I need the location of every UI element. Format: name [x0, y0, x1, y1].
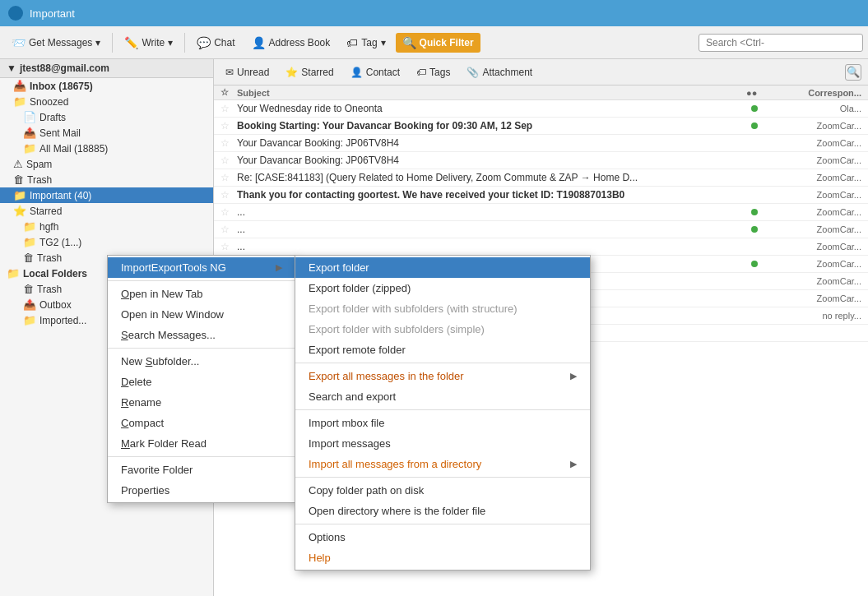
menu-item-new-subfolder[interactable]: New Subfolder... [108, 351, 295, 372]
star-cell[interactable]: ☆ [220, 103, 237, 114]
get-messages-button[interactable]: 📨 Get Messages ▾ [5, 33, 107, 53]
filter-unread[interactable]: ✉ Unread [220, 65, 274, 80]
folder-spam[interactable]: ⚠ Spam [0, 156, 213, 172]
folder-hgfh-label: hgfh [39, 221, 58, 233]
table-row[interactable]: ☆ Your Wednesday ride to Oneonta Ola... [214, 100, 868, 118]
write-button[interactable]: ✏️ Write ▾ [118, 33, 179, 53]
menu-sep-right-2 [295, 409, 590, 410]
address-book-button[interactable]: 👤 Address Book [245, 33, 337, 53]
subject-cell: Booking Starting: Your Davancar Booking … [237, 120, 746, 132]
table-row[interactable]: ☆ Booking Starting: Your Davancar Bookin… [214, 118, 868, 135]
menu-separator-3 [108, 456, 295, 457]
subject-cell: Your Davancar Booking: JP06TV8H4 [237, 155, 746, 166]
contact-cell: ZoomCar... [763, 242, 861, 252]
filter-tags[interactable]: 🏷 Tags [411, 65, 455, 80]
folder-starred[interactable]: ⭐ Starred [0, 203, 213, 219]
menu-item-rename[interactable]: Rename [108, 392, 295, 413]
star-cell[interactable]: ☆ [220, 137, 237, 149]
menu-import-mbox-label: Import mbox file [309, 417, 384, 429]
folder-drafts[interactable]: 📄 Drafts [0, 109, 213, 125]
table-row[interactable]: ☆ Re: [CASE:841183] (Query Related to Ho… [214, 169, 868, 187]
local-icon: 📁 [7, 267, 20, 280]
folder-allmail[interactable]: 📁 All Mail (18885) [0, 141, 213, 156]
quick-filter-icon: 🔍 [402, 36, 416, 49]
filter-contact[interactable]: 👤 Contact [346, 65, 405, 80]
star-cell[interactable]: ☆ [220, 241, 237, 252]
chat-button[interactable]: 💬 Chat [190, 33, 241, 53]
menu-item-compact[interactable]: Compact [108, 413, 295, 433]
address-book-icon: 👤 [252, 36, 266, 49]
star-cell[interactable]: ☆ [220, 189, 237, 201]
table-row[interactable]: ☆ Thank you for contacting goortest. We … [214, 187, 868, 204]
toolbar-separator-2 [184, 33, 185, 53]
subject-cell: Re: [CASE:841183] (Query Related to Home… [237, 172, 746, 183]
star-cell[interactable]: ☆ [220, 206, 237, 218]
menu-item-export-folder[interactable]: Export folder [295, 257, 590, 278]
folder-tg2[interactable]: 📁 TG2 (1...) [0, 234, 213, 250]
menu-sep-right-4 [295, 524, 590, 524]
important-icon: 📁 [13, 189, 26, 201]
star-cell[interactable]: ☆ [220, 155, 237, 166]
star-cell[interactable]: ☆ [220, 120, 237, 132]
menu-item-import-directory[interactable]: Import all messages from a directory ▶ [295, 454, 590, 474]
folder-inbox[interactable]: 📥 Inbox (18675) [0, 78, 213, 94]
menu-item-copy-path[interactable]: Copy folder path on disk [295, 480, 590, 501]
folder-imported-label: Imported... [39, 315, 86, 326]
menu-item-properties[interactable]: Properties [108, 480, 295, 501]
menu-item-importexporttools[interactable]: ImportExportTools NG ▶ [108, 257, 295, 278]
folder-drafts-label: Drafts [39, 112, 66, 123]
menu-mark-read-label: Mark Folder Read [121, 437, 207, 450]
contact-cell: ZoomCar... [763, 207, 861, 217]
contact-cell: ZoomCar... [763, 190, 861, 200]
folder-starred-label: Starred [30, 206, 62, 217]
hgfh-icon: 📁 [23, 220, 36, 233]
table-row[interactable]: ☆ Your Davancar Booking: JP06TV8H4 ZoomC… [214, 135, 868, 152]
star-cell[interactable]: ☆ [220, 224, 237, 235]
folder-hgfh[interactable]: 📁 hgfh [0, 219, 213, 234]
table-row[interactable]: ☆ Your Davancar Booking: JP06TV8H4 ZoomC… [214, 152, 868, 169]
menu-item-export-remote[interactable]: Export remote folder [295, 340, 590, 360]
menu-search-export-label: Search and export [309, 390, 396, 403]
table-row[interactable]: ☆ ... ZoomCar... [214, 221, 868, 238]
menu-item-open-tab[interactable]: Open in New Tab [108, 284, 295, 304]
menu-copy-path-label: Copy folder path on disk [309, 484, 424, 497]
filter-attachment[interactable]: 📎 Attachment [462, 65, 537, 80]
menu-item-export-zipped[interactable]: Export folder (zipped) [295, 278, 590, 298]
contact-cell: ZoomCar... [763, 155, 861, 165]
menu-item-mark-read[interactable]: Mark Folder Read [108, 433, 295, 454]
filter-starred[interactable]: ⭐ Starred [281, 65, 338, 80]
sent-icon: 📤 [23, 127, 36, 139]
menu-item-help[interactable]: Help [295, 547, 590, 568]
menu-item-favorite[interactable]: Favorite Folder [108, 460, 295, 480]
star-cell[interactable]: ☆ [220, 172, 237, 183]
account-name: jtest88@gmail.com [20, 62, 109, 74]
menu-search-label: Search Messages... [121, 329, 216, 341]
menu-item-search-export[interactable]: Search and export [295, 386, 590, 407]
table-row[interactable]: ☆ ... ZoomCar... [214, 238, 868, 256]
menu-item-delete[interactable]: Delete [108, 372, 295, 392]
contact-cell: ZoomCar... [763, 173, 861, 182]
folder-sent[interactable]: 📤 Sent Mail [0, 125, 213, 141]
quick-filter-button[interactable]: 🔍 Quick Filter [396, 33, 480, 53]
folder-local-label: Local Folders [23, 268, 87, 280]
folder-snoozed[interactable]: 📁 Snoozed [0, 94, 213, 109]
tag-button[interactable]: 🏷 Tag ▾ [340, 33, 392, 53]
contact-cell: ZoomCar... [763, 121, 861, 131]
menu-item-import-mbox[interactable]: Import mbox file [295, 413, 590, 433]
table-row[interactable]: ☆ ... ZoomCar... [214, 204, 868, 221]
menu-item-import-messages[interactable]: Import messages [295, 433, 590, 454]
title-bar: Important [0, 0, 868, 26]
folder-trash[interactable]: 🗑 Trash [0, 172, 213, 187]
menu-delete-label: Delete [121, 376, 152, 388]
search-input[interactable] [699, 34, 863, 52]
filter-search-icon[interactable]: 🔍 [845, 64, 861, 81]
folder-trash-label: Trash [27, 174, 52, 186]
menu-item-open-window[interactable]: Open in New Window [108, 304, 295, 325]
menu-item-open-directory[interactable]: Open directory where is the folder file [295, 501, 590, 521]
menu-item-export-all[interactable]: Export all messages in the folder ▶ [295, 366, 590, 386]
folder-important[interactable]: 📁 Important (40) [0, 187, 213, 203]
menu-item-search[interactable]: Search Messages... [108, 325, 295, 345]
menu-item-options[interactable]: Options [295, 527, 590, 547]
menu-item-export-subfolders-simple: Export folder with subfolders (simple) [295, 319, 590, 340]
menu-favorite-label: Favorite Folder [121, 464, 193, 476]
